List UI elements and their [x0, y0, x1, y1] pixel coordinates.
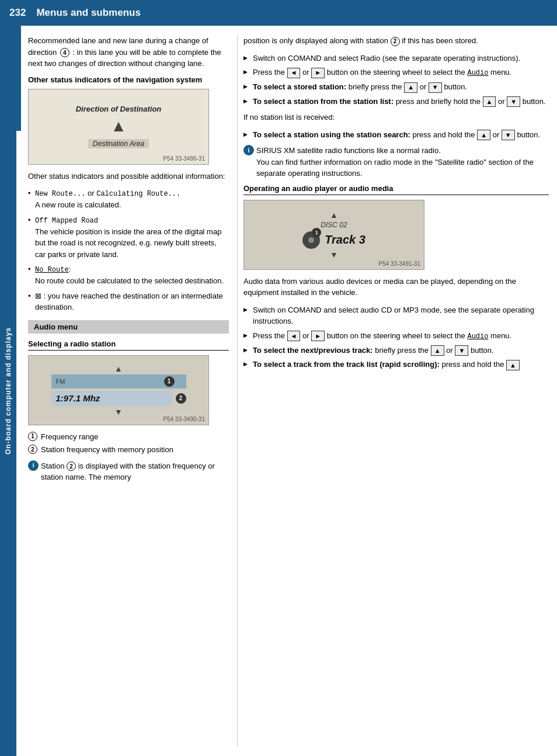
stored-or: or: [420, 82, 427, 91]
right-arrow-button[interactable]: ►: [311, 68, 325, 78]
main-content: Recommended lane and new lane during a c…: [21, 26, 557, 756]
audio-arrow-item-1: Switch on COMAND and select audio CD or …: [243, 304, 549, 327]
info-circle-2: 2: [67, 462, 76, 471]
bullet-destination-reached: ⊠ : you have reached the destination or …: [28, 290, 229, 313]
bullet3-text: No route could be calculated to the sele…: [35, 276, 224, 285]
bullet-off-mapped: Off Mapped Road The vehicle position is …: [28, 214, 229, 261]
next-track-text: briefly press the: [375, 346, 429, 355]
audio-arrow-down: ▼: [330, 250, 338, 259]
info-icon: i: [28, 460, 39, 471]
radio-numbered-list: 1 Frequency range 2 Station frequency wi…: [28, 431, 229, 456]
stored-down-button[interactable]: ▼: [429, 82, 442, 93]
audio-right-button[interactable]: ►: [311, 331, 325, 341]
bullet1-text: A new route is calculated.: [35, 200, 121, 209]
station-list-or: or: [498, 97, 505, 106]
station-list-down-button[interactable]: ▼: [507, 96, 520, 107]
audio-arrow-item-2: Press the ◄ or ► button on the steering …: [243, 330, 549, 342]
off-mapped-mono: Off Mapped Road: [35, 217, 98, 225]
info-sirius-text2: You can find further information on radi…: [256, 158, 534, 178]
bullet-no-route: No Route: No route could be calculated t…: [28, 263, 229, 287]
info-station-text: Station 2 is displayed with the station …: [41, 460, 229, 483]
sidebar-text: On-board computer and displays: [4, 327, 12, 455]
no-route-mono: No Route: [35, 266, 69, 274]
track-label: Track 3: [325, 233, 365, 247]
station-search-text: press and hold the: [413, 130, 475, 139]
radio-station-image: ▲ FM 1 1:97.1 Mhz 2 ▼ P54 33-3490-31: [28, 355, 209, 425]
audio-arrow-up: ▲: [330, 210, 338, 220]
stored-text: briefly press the: [349, 82, 402, 91]
station-search-or: or: [493, 130, 500, 139]
station-search-text2: button.: [517, 130, 540, 139]
track-row: 1 Track 3: [302, 231, 365, 249]
cont-circle-2: 2: [391, 37, 400, 46]
track-list-label: To select a track from the track list (r…: [253, 360, 440, 369]
destination-symbol: ⊠: [35, 292, 41, 300]
arrow-item-switch-radio: Switch on COMAND and select Radio (see t…: [243, 53, 549, 64]
header-bar: 232 Menus and submenus: [0, 0, 557, 26]
next-track-label: To select the next/previous track:: [253, 346, 373, 355]
cont-text: position is only displayed along with st…: [243, 35, 549, 47]
info-station-block: i Station 2 is displayed with the statio…: [28, 460, 229, 483]
blue-tab-indicator: [16, 26, 21, 131]
arrow-item-station-search: To select a station using the station se…: [243, 129, 549, 141]
track-disc-icon: 1: [302, 231, 320, 249]
audio-left-button[interactable]: ◄: [287, 331, 301, 341]
audio-arrow2-text: Press the: [253, 331, 285, 340]
intro-text-2: : in this lane you will be able to compl…: [28, 48, 221, 68]
audio-player-heading: Operating an audio player or audio media: [243, 184, 549, 195]
sidebar-label: On-board computer and displays: [0, 26, 16, 756]
intro-paragraph: Recommended lane and new lane during a c…: [28, 35, 229, 70]
next-track-up-button[interactable]: ▲: [431, 345, 444, 356]
audio-arrow2-or: or: [302, 331, 309, 340]
station-list-up-button[interactable]: ▲: [483, 96, 496, 107]
arrow-item-press-btn: Press the ◄ or ► button on the steering …: [243, 67, 549, 78]
radio-num-2: 2 Station frequency with memory position: [28, 444, 229, 456]
station-list-text: press and briefly hold the: [396, 97, 481, 106]
stored-up-button[interactable]: ▲: [404, 82, 417, 93]
next-track-text2: button.: [471, 346, 494, 355]
arrow-item-stored-station: To select a stored station: briefly pres…: [243, 81, 549, 93]
nav-dest-area: Destination Area: [88, 139, 149, 148]
new-route-mono: New Route...: [35, 190, 85, 198]
left-column: Recommended lane and new lane during a c…: [21, 26, 237, 756]
track-list-up-button[interactable]: ▲: [506, 360, 520, 370]
num2-text: Station frequency with memory position: [41, 445, 173, 454]
station-list-text2: button.: [523, 97, 546, 106]
nav-image-ref: P54 33-3486-31: [163, 155, 205, 162]
cont-text-1: position is only displayed along with st…: [243, 36, 388, 45]
arrow2-or: or: [302, 68, 309, 77]
arrow2-text3: menu.: [490, 68, 511, 77]
bullet-new-route: New Route... or Calculating Route... A n…: [28, 188, 229, 211]
next-track-down-button[interactable]: ▼: [455, 345, 468, 356]
info-sirius-block: i SIRIUS XM satellite radio functions li…: [243, 145, 549, 179]
num1-text: Frequency range: [41, 432, 98, 441]
arrow1-text: Switch on COMAND and select Radio (see t…: [253, 54, 520, 63]
radio-arrow-up: ▲: [114, 364, 123, 373]
stored-station-label: To select a stored station:: [253, 82, 346, 91]
audio-image-ref: P54 33-3491-31: [378, 261, 420, 267]
left-arrow-button[interactable]: ◄: [287, 68, 301, 78]
other-status-text: Other status indicators and possible add…: [28, 171, 229, 182]
nav-direction-image: Direction of Destination ▲ Destination A…: [28, 89, 209, 165]
other-status-heading: Other status indicators of the navigatio…: [28, 75, 229, 84]
circle-4-badge: 4: [60, 48, 69, 57]
radio-circle-2: 2: [176, 393, 186, 404]
calculating-route-mono: Calculating Route...: [96, 190, 180, 198]
arrow-item-station-list: To select a station from the station lis…: [243, 96, 549, 107]
station-search-down-button[interactable]: ▼: [502, 130, 515, 140]
audio-arrow2-text3: menu.: [490, 331, 511, 340]
audio-desc-text: Audio data from various audio devices or…: [243, 276, 549, 299]
right-arrow-list-1: Switch on COMAND and select Radio (see t…: [243, 53, 549, 107]
bullet4-text: : you have reached the destination or an…: [35, 292, 223, 312]
bullet1-or: or: [88, 189, 96, 197]
station-search-up-button[interactable]: ▲: [477, 130, 490, 140]
num-badge-1: 1: [28, 432, 37, 441]
nav-image-title: Direction of Destination: [76, 105, 162, 113]
radio-circle-1: 1: [164, 376, 175, 387]
radio-arrow-down: ▼: [114, 407, 123, 417]
info-sirius-icon: i: [243, 145, 254, 155]
arrow2-text2: button on the steering wheel to select t…: [327, 68, 465, 77]
info-sirius-text: SIRIUS XM satellite radio functions like…: [256, 146, 441, 155]
audio-arrow-list: Switch on COMAND and select audio CD or …: [243, 304, 549, 370]
nav-arrow-up: ▲: [110, 117, 127, 136]
